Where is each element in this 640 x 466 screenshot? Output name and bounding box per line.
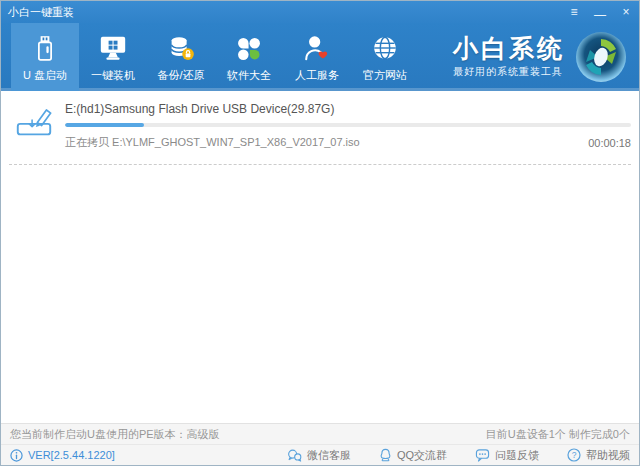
menu-icon: ≡ [570, 5, 577, 19]
help-video-link[interactable]: ? 帮助视频 [567, 448, 630, 463]
minimize-icon: — [594, 8, 606, 22]
nav-item-label: 软件大全 [227, 68, 271, 83]
titlebar: 小白一键重装 ≡ — × [1, 1, 639, 23]
globe-icon [370, 31, 400, 63]
pe-version-status: 您当前制作启动U盘使用的PE版本：高级版 [10, 427, 220, 442]
nav-item-software-collection[interactable]: 软件大全 [215, 23, 283, 91]
copy-status-text: 正在拷贝 E:\YLMF_GHOST_WIN7_SP1_X86_V2017_07… [65, 135, 360, 150]
footer-links: 微信客服 QQ交流群 [287, 448, 630, 463]
bottombar: VER[2.5.44.1220] 微信客服 [1, 444, 639, 465]
wechat-support-link[interactable]: 微信客服 [287, 448, 351, 463]
window-title: 小白一键重装 [8, 5, 74, 20]
close-icon: × [622, 5, 629, 19]
navbar: U 盘启动 一键装机 [1, 23, 639, 91]
nav-item-label: U 盘启动 [23, 68, 67, 83]
nav-item-one-click-install[interactable]: 一键装机 [79, 23, 147, 91]
info-icon [10, 449, 23, 462]
statusbar: 您当前制作启动U盘使用的PE版本：高级版 目前U盘设备1个 制作完成0个 [1, 423, 639, 444]
footer-link-label: 帮助视频 [586, 448, 630, 463]
feedback-link[interactable]: 问题反馈 [475, 448, 539, 463]
monitor-windows-icon [98, 31, 128, 63]
menu-button[interactable]: ≡ [561, 1, 587, 23]
app-window: 小白一键重装 ≡ — × U 盘启动 [0, 0, 640, 466]
apps-grid-icon [235, 31, 263, 63]
brand-text: 小白系统 最好用的系统重装工具 [453, 35, 565, 80]
device-sub-row: 正在拷贝 E:\YLMF_GHOST_WIN7_SP1_X86_V2017_07… [65, 135, 631, 150]
nav-item-usb-boot[interactable]: U 盘启动 [11, 23, 79, 91]
qq-icon [379, 448, 392, 462]
footer-link-label: 微信客服 [307, 448, 351, 463]
brand-tagline: 最好用的系统重装工具 [453, 65, 565, 79]
wechat-icon [287, 449, 302, 462]
device-name: E:(hd1)Samsung Flash Drive USB Device(29… [65, 102, 631, 116]
version-label[interactable]: VER[2.5.44.1220] [10, 449, 115, 462]
dashed-separator [9, 164, 631, 165]
device-main: E:(hd1)Samsung Flash Drive USB Device(29… [65, 101, 631, 150]
version-text: VER[2.5.44.1220] [28, 449, 115, 461]
nav-item-label: 一键装机 [91, 68, 135, 83]
refresh-arrows-logo [575, 31, 627, 83]
help-circle-icon: ? [567, 448, 581, 462]
brand-area: 小白系统 最好用的系统重装工具 [453, 23, 639, 91]
progress-bar [65, 123, 631, 127]
disk-write-icon [13, 101, 55, 141]
qq-group-link[interactable]: QQ交流群 [379, 448, 447, 463]
nav-item-official-website[interactable]: 官方网站 [351, 23, 419, 91]
nav-item-label: 备份/还原 [157, 68, 204, 83]
device-count-status: 目前U盘设备1个 制作完成0个 [486, 427, 630, 442]
person-heart-icon [302, 31, 332, 63]
minimize-button[interactable]: — [587, 1, 613, 23]
footer-link-label: QQ交流群 [397, 448, 447, 463]
brand-name: 小白系统 [453, 35, 565, 63]
progress-fill [65, 123, 144, 127]
svg-text:?: ? [572, 450, 577, 460]
database-lock-icon [166, 31, 196, 63]
usb-drive-icon [31, 31, 59, 63]
main-content: E:(hd1)Samsung Flash Drive USB Device(29… [1, 91, 639, 423]
feedback-bubble-icon [475, 448, 490, 462]
nav-item-backup-restore[interactable]: 备份/还原 [147, 23, 215, 91]
close-button[interactable]: × [613, 1, 639, 23]
nav-item-human-service[interactable]: 人工服务 [283, 23, 351, 91]
nav-item-label: 官方网站 [363, 68, 407, 83]
elapsed-time: 00:00:18 [588, 137, 631, 149]
footer-link-label: 问题反馈 [495, 448, 539, 463]
usb-device-row: E:(hd1)Samsung Flash Drive USB Device(29… [1, 91, 639, 150]
nav-item-label: 人工服务 [295, 68, 339, 83]
